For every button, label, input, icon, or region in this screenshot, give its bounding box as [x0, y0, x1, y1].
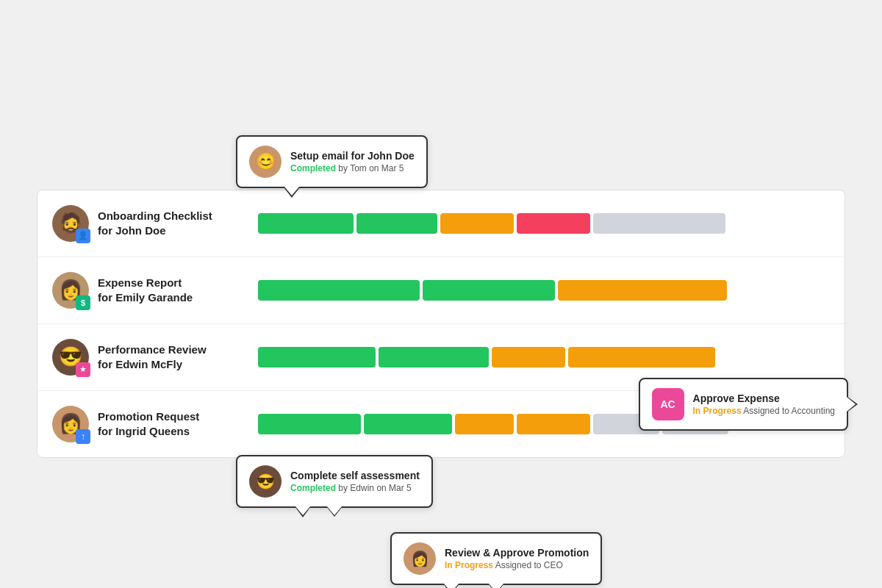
- segment: [558, 280, 727, 301]
- tooltip-setup-email: 😊 Setup email for John Doe Completed by …: [236, 135, 428, 188]
- segment: [258, 347, 376, 368]
- tooltip-subtitle-3: Completed by Edwin on Mar 5: [290, 483, 420, 493]
- progress-bar-1: [258, 212, 830, 235]
- badge-performance: ★: [76, 362, 90, 377]
- tooltip-title-1: Setup email for John Doe: [290, 150, 415, 162]
- tooltip-avatar-ingrid: 👩: [404, 542, 436, 575]
- row-title-3: Performance Reviewfor Edwin McFly: [98, 343, 207, 371]
- badge-expense: $: [76, 295, 90, 310]
- tooltip-approve-expense: AC Approve Expense In Progress Assigned …: [639, 378, 848, 431]
- segment: [379, 347, 489, 368]
- segment: [258, 280, 420, 301]
- tooltip-content-1: Setup email for John Doe Completed by To…: [290, 150, 415, 173]
- tooltip-content-2: Approve Expense In Progress Assigned to …: [693, 392, 835, 416]
- avatar-wrapper-4: 👩 ↑: [52, 406, 89, 442]
- row-identity-3: 😎 ★ Performance Reviewfor Edwin McFly: [52, 339, 258, 376]
- row-identity-1: 🧔 👤 Onboarding Checklistfor John Doe: [52, 205, 258, 242]
- tooltip-title-3: Complete self assessment: [290, 470, 420, 481]
- segment: [517, 414, 590, 434]
- segment: [258, 213, 354, 234]
- segment: [568, 347, 715, 368]
- tooltip-avatar-tom: 😊: [249, 146, 282, 178]
- segment: [492, 347, 565, 368]
- workflow-container: 😊 Setup email for John Doe Completed by …: [37, 190, 845, 458]
- segment: [364, 414, 452, 434]
- tooltip-avatar-ac: AC: [652, 388, 684, 420]
- row-title-2: Expense Reportfor Emily Garande: [98, 276, 193, 304]
- tooltip-self-assessment: 😎 Complete self assessment Completed by …: [236, 455, 433, 508]
- segment: [440, 213, 514, 234]
- segment: [455, 414, 514, 434]
- row-identity-2: 👩 $ Expense Reportfor Emily Garande: [52, 272, 258, 309]
- progress-bar-3: [258, 345, 830, 369]
- tooltip-status-2: In Progress: [693, 406, 742, 416]
- row-expense-report: 👩 $ Expense Reportfor Emily Garande: [37, 257, 845, 324]
- tooltip-subtitle-2: In Progress Assigned to Accounting: [693, 406, 835, 416]
- tooltip-content-4: Review & Approve Promotion In Progress A…: [445, 547, 589, 570]
- segment: [258, 414, 361, 434]
- tooltip-status-3: Completed: [290, 483, 336, 493]
- tooltip-title-2: Approve Expense: [693, 392, 835, 404]
- tooltip-status-1: Completed: [290, 163, 336, 173]
- tooltip-subtitle-4: In Progress Assigned to CEO: [445, 560, 589, 570]
- tooltip-subtitle-1: Completed by Tom on Mar 5: [290, 163, 415, 173]
- row-identity-4: 👩 ↑ Promotion Requestfor Ingrid Queens: [52, 406, 258, 442]
- row-title-1: Onboarding Checklistfor John Doe: [98, 209, 212, 237]
- row-onboarding: 🧔 👤 Onboarding Checklistfor John Doe: [37, 190, 845, 257]
- tooltip-content-3: Complete self assessment Completed by Ed…: [290, 470, 420, 493]
- tooltip-status-4: In Progress: [445, 560, 493, 570]
- segment: [423, 280, 555, 301]
- segment: [517, 213, 590, 234]
- segment: [356, 213, 437, 234]
- badge-onboarding: 👤: [76, 229, 90, 243]
- segment: [593, 213, 725, 234]
- row-title-4: Promotion Requestfor Ingrid Queens: [98, 409, 199, 438]
- progress-bar-2: [258, 279, 830, 302]
- avatar-wrapper-2: 👩 $: [52, 272, 89, 309]
- tooltip-avatar-edwin: 😎: [249, 465, 282, 498]
- avatar-wrapper-1: 🧔 👤: [52, 205, 89, 242]
- tooltip-title-4: Review & Approve Promotion: [445, 547, 589, 559]
- tooltip-approve-promotion: 👩 Review & Approve Promotion In Progress…: [390, 532, 602, 585]
- avatar-wrapper-3: 😎 ★: [52, 339, 89, 376]
- badge-promotion: ↑: [76, 429, 90, 444]
